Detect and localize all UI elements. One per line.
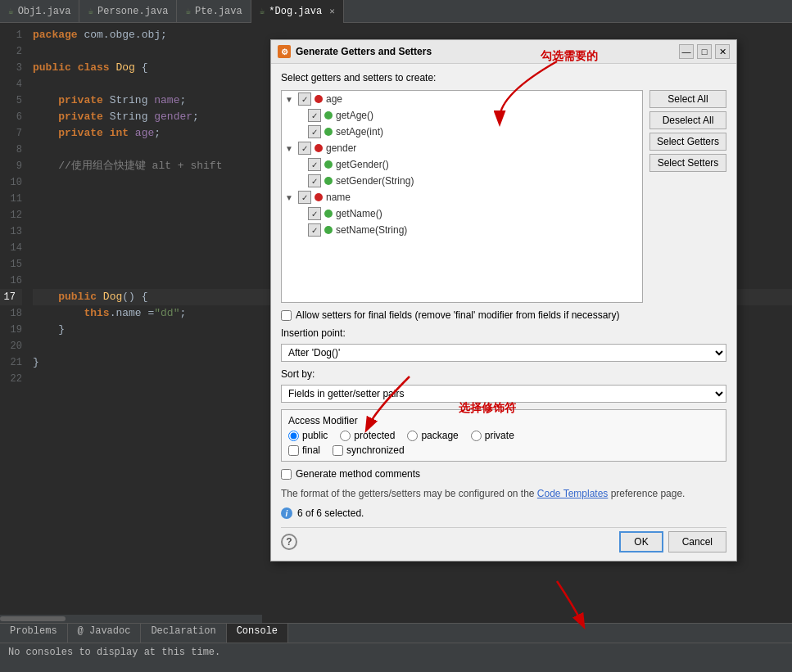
help-section: ? (281, 534, 297, 550)
sort-by-label: Sort by: (281, 368, 363, 380)
sort-by-row: Sort by: (281, 368, 726, 380)
protected-label: protected (354, 430, 395, 441)
check-setGender[interactable] (308, 174, 321, 187)
editor-area: ☕ Obj1.java ☕ Persone.java ☕ Pte.java ☕ … (0, 0, 792, 672)
generate-getters-dialog: ⚙ Generate Getters and Setters — □ ✕ Sel… (270, 39, 737, 562)
info-text: The format of the getters/setters may be… (281, 486, 726, 501)
tree-item-setAge[interactable]: setAge(int) (282, 124, 642, 140)
selected-count-row: i 6 of 6 selected. (281, 507, 726, 519)
window-controls: — □ ✕ (679, 44, 730, 59)
check-name[interactable] (298, 191, 311, 204)
dialog-overlay: ⚙ Generate Getters and Setters — □ ✕ Sel… (0, 0, 792, 672)
sort-by-select[interactable]: Fields in getter/setter pairs (281, 385, 726, 403)
settings-icon: ⚙ (278, 45, 291, 58)
package-label: package (421, 430, 458, 441)
radio-package[interactable]: package (407, 430, 458, 441)
insertion-point-row: Insertion point: (281, 327, 726, 339)
prompt-label: Select getters and setters to create: (281, 72, 726, 83)
dot-getName (324, 210, 333, 218)
dot-setName (324, 226, 333, 234)
getAge-label: getAge() (336, 110, 373, 121)
synchronized-checkbox[interactable] (333, 445, 343, 456)
sort-by-select-wrapper: Fields in getter/setter pairs (281, 385, 726, 403)
getGender-label: getGender() (336, 159, 389, 170)
dialog-body: Select getters and setters to create: ▼ … (271, 64, 736, 561)
final-checkbox[interactable] (288, 445, 299, 456)
tree-group-age[interactable]: ▼ age (282, 91, 642, 107)
age-label: age (326, 93, 342, 105)
select-setters-button[interactable]: Select Setters (649, 154, 726, 172)
check-setName[interactable] (308, 223, 321, 237)
selected-count-label: 6 of 6 selected. (297, 507, 364, 519)
check-getGender[interactable] (308, 158, 321, 171)
check-getName[interactable] (308, 207, 321, 220)
allow-setters-row: Allow setters for final fields (remove '… (281, 309, 726, 321)
access-radio-row: public protected package private (288, 430, 719, 441)
dot-gender (315, 144, 323, 152)
expand-age[interactable]: ▼ (285, 95, 298, 104)
tree-group-name[interactable]: ▼ name (282, 189, 642, 205)
tree-item-getAge[interactable]: getAge() (282, 107, 642, 124)
access-modifier-group: Access Modifier public protected pack (281, 409, 726, 462)
radio-public[interactable]: public (288, 430, 328, 441)
tree-group-gender[interactable]: ▼ gender (282, 140, 642, 156)
synchronized-label: synchronized (346, 444, 405, 456)
dialog-footer: ? OK Cancel (281, 527, 726, 552)
generate-comments-row: Generate method comments (281, 468, 726, 480)
setGender-label: setGender(String) (336, 175, 414, 187)
allow-setters-checkbox[interactable] (281, 310, 292, 321)
tree-item-setName[interactable]: setName(String) (282, 222, 642, 238)
deselect-all-button[interactable]: Deselect All (649, 111, 726, 129)
insertion-point-label: Insertion point: (281, 327, 363, 339)
expand-name[interactable]: ▼ (285, 193, 298, 202)
method-tree[interactable]: ▼ age getAge() (281, 90, 643, 303)
select-all-button[interactable]: Select All (649, 90, 726, 108)
code-templates-link[interactable]: Code Templates (537, 488, 609, 499)
dot-getAge (324, 111, 333, 120)
setAge-label: setAge(int) (336, 126, 383, 138)
final-label: final (302, 444, 320, 456)
footer-buttons: OK Cancel (619, 531, 726, 552)
access-modifier-title: Access Modifier (288, 415, 719, 426)
setName-label: setName(String) (336, 224, 407, 236)
close-button[interactable]: ✕ (715, 44, 730, 59)
maximize-button[interactable]: □ (697, 44, 712, 59)
generate-comments-label: Generate method comments (296, 468, 420, 480)
info-icon: i (281, 507, 292, 519)
getName-label: getName() (336, 208, 382, 219)
radio-private[interactable]: private (471, 430, 514, 441)
modifier-checkboxes: final synchronized (288, 444, 719, 456)
private-label: private (485, 430, 514, 441)
tree-item-getGender[interactable]: getGender() (282, 156, 642, 173)
dialog-layout: ▼ age getAge() (281, 90, 726, 309)
select-getters-button[interactable]: Select Getters (649, 133, 726, 151)
radio-protected[interactable]: protected (340, 430, 395, 441)
dot-setGender (324, 177, 333, 185)
name-label: name (326, 192, 351, 203)
dot-age (315, 95, 323, 103)
check-age[interactable] (298, 92, 311, 106)
expand-gender[interactable]: ▼ (285, 144, 298, 153)
tree-item-setGender[interactable]: setGender(String) (282, 173, 642, 189)
dot-name (315, 193, 323, 201)
button-panel: Select All Deselect All Select Getters S… (649, 90, 726, 309)
public-label: public (302, 430, 328, 441)
dialog-titlebar: ⚙ Generate Getters and Setters — □ ✕ (271, 40, 736, 64)
insertion-point-select-wrapper: After 'Dog()' (281, 344, 726, 362)
gender-label: gender (326, 142, 356, 154)
final-checkbox-item[interactable]: final (288, 444, 320, 456)
ok-button[interactable]: OK (619, 531, 663, 552)
synchronized-checkbox-item[interactable]: synchronized (333, 444, 405, 456)
minimize-button[interactable]: — (679, 44, 694, 59)
help-button[interactable]: ? (281, 534, 297, 550)
tree-item-getName[interactable]: getName() (282, 205, 642, 222)
check-gender[interactable] (298, 142, 311, 155)
dot-getGender (324, 160, 333, 169)
check-setAge[interactable] (308, 125, 321, 138)
cancel-button[interactable]: Cancel (668, 531, 726, 552)
check-getAge[interactable] (308, 109, 321, 122)
tree-wrapper: ▼ age getAge() (281, 90, 643, 309)
arrow-ok (491, 573, 655, 638)
insertion-point-select[interactable]: After 'Dog()' (281, 344, 726, 362)
generate-comments-checkbox[interactable] (281, 469, 292, 480)
